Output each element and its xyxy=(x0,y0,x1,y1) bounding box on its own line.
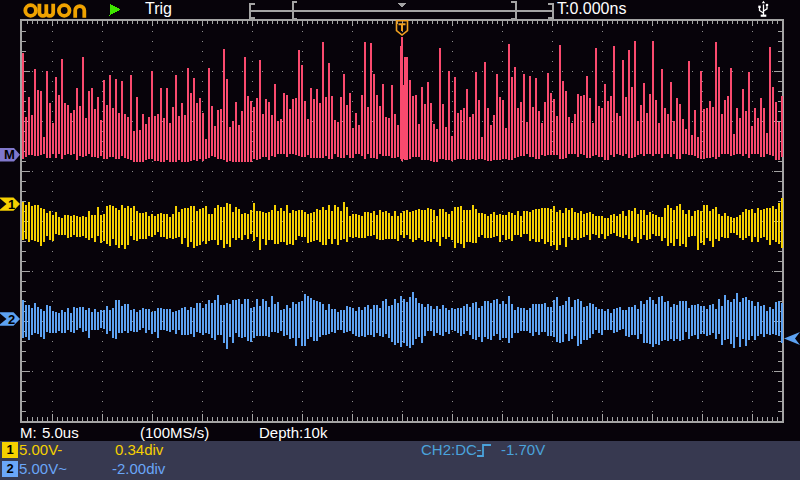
svg-text:1: 1 xyxy=(8,197,15,212)
svg-text:M: M xyxy=(4,147,15,162)
svg-text:2: 2 xyxy=(8,312,15,327)
